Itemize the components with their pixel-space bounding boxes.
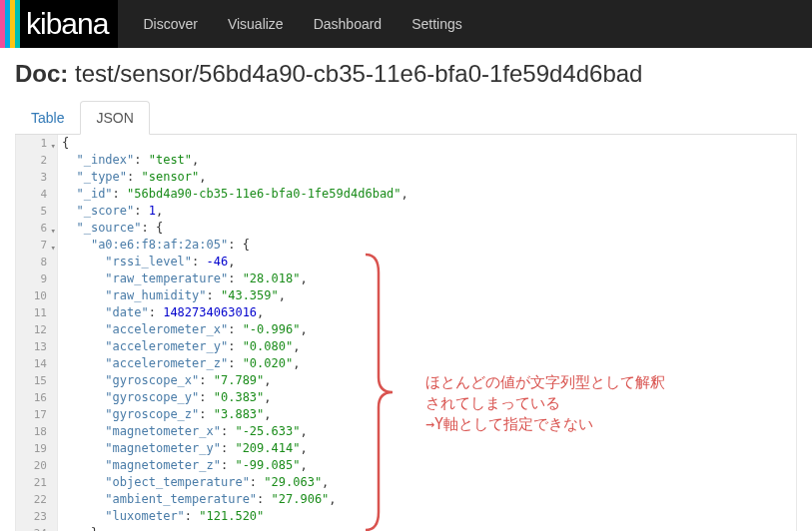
code-line[interactable]: 23 "luxometer": "121.520" [16, 508, 796, 525]
code-line[interactable]: 13 "accelerometer_y": "0.080", [16, 338, 796, 355]
line-number: 15 [16, 372, 58, 389]
line-number: 9 [16, 270, 58, 287]
line-number: 6▾ [16, 220, 58, 237]
code-line[interactable]: 21 "object_temperature": "29.063", [16, 474, 796, 491]
line-number: 2 [16, 152, 58, 169]
tab-table[interactable]: Table [15, 101, 80, 135]
json-viewer[interactable]: 1▾{2 "_index": "test",3 "_type": "sensor… [15, 135, 797, 531]
line-number: 5 [16, 203, 58, 220]
code-content: "a0:e6:f8:af:2a:05": { [58, 237, 250, 254]
line-number: 11 [16, 304, 58, 321]
code-content: "_score": 1, [58, 203, 163, 220]
line-number: 17 [16, 406, 58, 423]
line-number: 19 [16, 440, 58, 457]
code-line[interactable]: 14 "accelerometer_z": "0.020", [16, 355, 796, 372]
line-number: 18 [16, 423, 58, 440]
line-number: 22 [16, 491, 58, 508]
code-content: "ambient_temperature": "27.906", [58, 491, 337, 508]
code-line[interactable]: 12 "accelerometer_x": "-0.996", [16, 321, 796, 338]
code-line[interactable]: 20 "magnetometer_z": "-99.085", [16, 457, 796, 474]
code-content: "accelerometer_y": "0.080", [58, 338, 300, 355]
annotation-line1: ほとんどの値が文字列型として解釈 [425, 372, 665, 393]
line-number: 3 [16, 169, 58, 186]
code-line[interactable]: 16 "gyroscope_y": "0.383", [16, 389, 796, 406]
line-number: 21 [16, 474, 58, 491]
nav-visualize[interactable]: Visualize [228, 16, 284, 32]
page-title: Doc: test/sensor/56bd4a90-cb35-11e6-bfa0… [15, 60, 797, 88]
code-line[interactable]: 15 "gyroscope_x": "7.789", [16, 372, 796, 389]
line-number: 7▾ [16, 237, 58, 254]
line-number: 16 [16, 389, 58, 406]
code-content: }, [58, 525, 105, 531]
line-number: 20 [16, 457, 58, 474]
code-line[interactable]: 2 "_index": "test", [16, 152, 796, 169]
code-content: "magnetometer_x": "-25.633", [58, 423, 308, 440]
code-line[interactable]: 4 "_id": "56bd4a90-cb35-11e6-bfa0-1fe59d… [16, 186, 796, 203]
code-line[interactable]: 8 "rssi_level": -46, [16, 254, 796, 270]
code-line[interactable]: 5 "_score": 1, [16, 203, 796, 220]
line-number: 8 [16, 254, 58, 270]
line-number: 1▾ [16, 135, 58, 152]
tab-json[interactable]: JSON [80, 101, 149, 135]
kibana-logo[interactable]: kibana [0, 0, 118, 48]
line-number: 13 [16, 338, 58, 355]
line-number: 12 [16, 321, 58, 338]
code-line[interactable]: 18 "magnetometer_x": "-25.633", [16, 423, 796, 440]
code-content: "rssi_level": -46, [58, 254, 235, 270]
code-content: "accelerometer_x": "-0.996", [58, 321, 308, 338]
code-line[interactable]: 3 "_type": "sensor", [16, 169, 796, 186]
line-number: 10 [16, 287, 58, 304]
code-line[interactable]: 19 "magnetometer_y": "209.414", [16, 440, 796, 457]
code-content: "accelerometer_z": "0.020", [58, 355, 300, 372]
logo-text: kibana [26, 7, 108, 41]
code-content: "gyroscope_y": "0.383", [58, 389, 272, 406]
code-line[interactable]: 9 "raw_temperature": "28.018", [16, 270, 796, 287]
code-line[interactable]: 6▾ "_source": { [16, 220, 796, 237]
code-line[interactable]: 10 "raw_humidity": "43.359", [16, 287, 796, 304]
code-content: "gyroscope_x": "7.789", [58, 372, 272, 389]
code-content: "_type": "sensor", [58, 169, 207, 186]
code-line[interactable]: 7▾ "a0:e6:f8:af:2a:05": { [16, 237, 796, 254]
annotation-line2: されてしまっている [425, 393, 665, 414]
nav-dashboard[interactable]: Dashboard [314, 16, 383, 32]
code-content: "_source": { [58, 220, 163, 237]
nav-settings[interactable]: Settings [411, 16, 462, 32]
code-line[interactable]: 22 "ambient_temperature": "27.906", [16, 491, 796, 508]
line-number: 4 [16, 186, 58, 203]
line-number: 23 [16, 508, 58, 525]
annotation-line3: →Y軸として指定できない [425, 414, 665, 435]
line-number: 14 [16, 355, 58, 372]
tabs: Table JSON [15, 100, 797, 135]
code-content: "date": 1482734063016, [58, 304, 264, 321]
code-content: "_index": "test", [58, 152, 199, 169]
logo-stripes-icon [0, 0, 20, 48]
code-line[interactable]: 17 "gyroscope_z": "3.883", [16, 406, 796, 423]
doc-path: test/sensor/56bd4a90-cb35-11e6-bfa0-1fe5… [75, 60, 642, 87]
top-navbar: kibana Discover Visualize Dashboard Sett… [0, 0, 812, 48]
annotation-text: ほとんどの値が文字列型として解釈 されてしまっている →Y軸として指定できない [425, 372, 665, 435]
code-content: "raw_humidity": "43.359", [58, 287, 286, 304]
code-content: "object_temperature": "29.063", [58, 474, 329, 491]
code-content: "raw_temperature": "28.018", [58, 270, 308, 287]
code-content: "magnetometer_y": "209.414", [58, 440, 308, 457]
line-number: 24 [16, 525, 58, 531]
nav-discover[interactable]: Discover [143, 16, 197, 32]
code-content: { [58, 135, 69, 152]
code-line[interactable]: 1▾{ [16, 135, 796, 152]
doc-prefix: Doc: [15, 60, 68, 87]
code-content: "luxometer": "121.520" [58, 508, 264, 525]
code-line[interactable]: 24 }, [16, 525, 796, 531]
code-content: "magnetometer_z": "-99.085", [58, 457, 308, 474]
code-content: "_id": "56bd4a90-cb35-11e6-bfa0-1fe59d4d… [58, 186, 408, 203]
nav-items: Discover Visualize Dashboard Settings [118, 0, 461, 48]
code-content: "gyroscope_z": "3.883", [58, 406, 272, 423]
code-line[interactable]: 11 "date": 1482734063016, [16, 304, 796, 321]
